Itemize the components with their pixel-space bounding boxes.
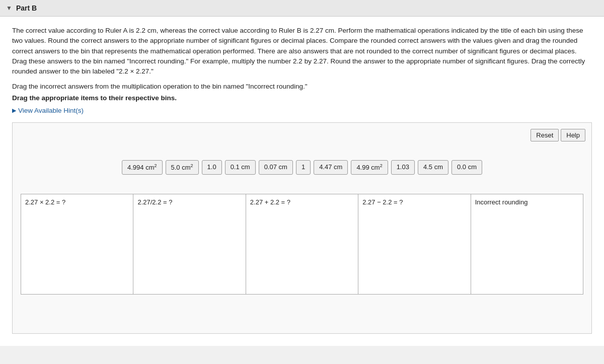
chip-007-cm[interactable]: 0.07 cm: [259, 160, 293, 174]
draggable-items-row: 4.994 cm2 5.0 cm2 1.0 0.1 cm 0.07 cm 1: [21, 156, 583, 178]
chip-103[interactable]: 1.03: [391, 160, 415, 174]
collapse-triangle-icon[interactable]: ▼: [6, 5, 12, 12]
page-container: ▼ Part B The correct value according to …: [0, 0, 604, 364]
bin-subtract-label: 2.27 − 2.2 = ?: [362, 198, 466, 206]
bin-incorrect-rounding-label: Incorrect rounding: [475, 198, 579, 206]
instruction-text-2: Drag the appropriate items to their resp…: [12, 94, 592, 102]
chip-499-cm2[interactable]: 4.99 cm2: [351, 160, 388, 174]
chip-00-cm[interactable]: 0.0 cm: [451, 160, 482, 174]
help-button[interactable]: Help: [561, 129, 585, 141]
bin-multiply[interactable]: 2.27 × 2.2 = ?: [21, 194, 133, 295]
chip-4994-cm2[interactable]: 4.994 cm2: [122, 160, 163, 174]
bin-divide-label: 2.27/2.2 = ?: [137, 198, 241, 206]
description-paragraph: The correct value according to Ruler A i…: [12, 26, 592, 77]
bin-subtract[interactable]: 2.27 − 2.2 = ?: [358, 194, 471, 295]
chip-10[interactable]: 1.0: [202, 160, 222, 174]
hint-link-label: View Available Hint(s): [18, 107, 84, 114]
top-buttons: Reset Help: [531, 129, 585, 141]
reset-button[interactable]: Reset: [531, 129, 559, 141]
header-bar: ▼ Part B: [0, 0, 604, 17]
instruction-text-1: Drag the incorrect answers from the mult…: [12, 83, 592, 90]
part-label: Part B: [16, 4, 37, 12]
bin-add[interactable]: 2.27 + 2.2 = ?: [246, 194, 358, 295]
drag-area: Reset Help 4.994 cm2 5.0 cm2 1.0 0.1 cm: [12, 122, 592, 334]
chip-50-cm2[interactable]: 5.0 cm2: [166, 160, 199, 174]
hint-triangle-icon: ▶: [12, 107, 16, 114]
bins-row: 2.27 × 2.2 = ? 2.27/2.2 = ? 2.27 + 2.2 =…: [21, 194, 583, 295]
bin-add-label: 2.27 + 2.2 = ?: [250, 198, 354, 206]
chip-01-cm[interactable]: 0.1 cm: [225, 160, 256, 174]
chip-447-cm[interactable]: 4.47 cm: [314, 160, 348, 174]
hint-link[interactable]: ▶ View Available Hint(s): [12, 107, 592, 114]
content-area: The correct value according to Ruler A i…: [0, 17, 604, 346]
chip-1[interactable]: 1: [296, 160, 311, 174]
bin-multiply-label: 2.27 × 2.2 = ?: [25, 198, 129, 206]
bin-incorrect-rounding[interactable]: Incorrect rounding: [471, 194, 583, 295]
bin-divide[interactable]: 2.27/2.2 = ?: [133, 194, 246, 295]
chip-45-cm[interactable]: 4.5 cm: [418, 160, 448, 174]
